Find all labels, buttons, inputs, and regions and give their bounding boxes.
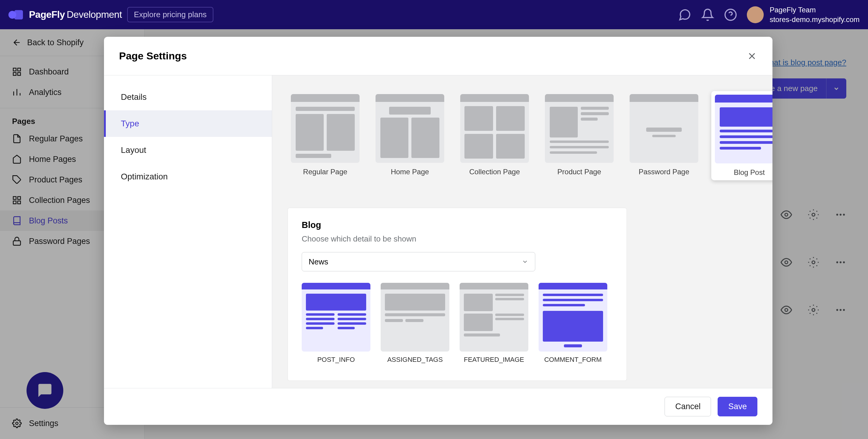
type-label: Product Page (557, 168, 601, 176)
type-home-page[interactable]: Home Page (373, 91, 447, 180)
detail-title: Blog (302, 220, 613, 230)
type-password-page[interactable]: Password Page (627, 91, 701, 180)
type-label: Password Page (639, 168, 689, 176)
type-label: Regular Page (303, 168, 347, 176)
pagefly-logo-icon (8, 7, 24, 23)
detail-label: ASSIGNED_TAGS (387, 356, 443, 363)
save-button[interactable]: Save (718, 397, 757, 416)
page-type-row: Regular Page Home Page Collection Page P… (288, 91, 772, 180)
user-menu[interactable]: PageFly Team stores-demo.myshopify.com (747, 5, 860, 24)
explore-pricing-button[interactable]: Explore pricing plans (127, 7, 213, 22)
type-label: Collection Page (469, 168, 520, 176)
modal-content: Regular Page Home Page Collection Page P… (272, 76, 772, 388)
svg-rect-1 (14, 10, 23, 19)
brand-logo[interactable]: PageFlyDevelopment (8, 7, 122, 23)
tab-type[interactable]: Type (104, 110, 272, 137)
detail-label: FEATURED_IMAGE (464, 356, 524, 363)
detail-post-info[interactable]: POST_INFO (302, 283, 370, 363)
chat-icon[interactable] (678, 8, 691, 21)
type-product-page[interactable]: Product Page (542, 91, 617, 180)
detail-select[interactable]: News (302, 252, 535, 271)
cancel-button[interactable]: Cancel (664, 397, 711, 416)
type-blog-post[interactable]: Blog Post (711, 91, 772, 180)
tab-optimization[interactable]: Optimization (104, 164, 272, 190)
close-icon[interactable] (747, 51, 757, 61)
detail-label: POST_INFO (317, 356, 355, 363)
bell-icon[interactable] (701, 8, 714, 21)
type-collection-page[interactable]: Collection Page (457, 91, 532, 180)
modal-title: Page Settings (119, 50, 187, 62)
detail-comment-form[interactable]: COMMENT_FORM (538, 283, 607, 363)
page-settings-modal: Page Settings Details Type Layout Optimi… (104, 37, 772, 425)
tab-layout[interactable]: Layout (104, 137, 272, 164)
chevron-down-icon (522, 258, 528, 265)
type-regular-page[interactable]: Regular Page (288, 91, 363, 180)
user-name: PageFly Team (770, 5, 860, 14)
tab-details[interactable]: Details (104, 84, 272, 110)
modal-header: Page Settings (104, 37, 772, 76)
type-label: Blog Post (734, 168, 765, 177)
select-value: News (309, 257, 328, 266)
modal-sidebar: Details Type Layout Optimization (104, 76, 272, 388)
detail-featured-image[interactable]: FEATURED_IMAGE (460, 283, 528, 363)
blog-detail-panel: Blog Choose which detail to be shown New… (288, 208, 627, 381)
avatar (747, 6, 764, 23)
detail-label: COMMENT_FORM (544, 356, 602, 363)
help-icon[interactable] (724, 8, 737, 21)
brand-text: PageFlyDevelopment (29, 9, 122, 20)
detail-assigned-tags[interactable]: ASSIGNED_TAGS (381, 283, 450, 363)
user-store: stores-demo.myshopify.com (770, 15, 860, 24)
type-label: Home Page (391, 168, 429, 176)
topbar: PageFlyDevelopment Explore pricing plans… (0, 0, 868, 29)
detail-subtitle: Choose which detail to be shown (302, 234, 613, 244)
modal-footer: Cancel Save (104, 388, 772, 425)
